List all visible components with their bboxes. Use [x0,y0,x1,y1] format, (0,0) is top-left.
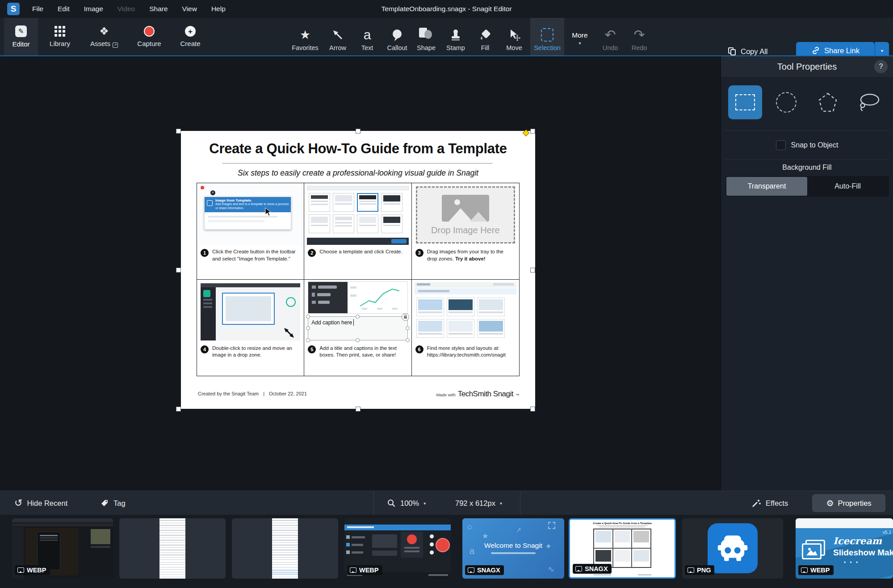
menu-file[interactable]: File [25,0,50,18]
document-page[interactable]: Create a Quick How-To Guide from a Templ… [181,131,535,409]
tab-editor[interactable]: ✎ Editor [4,18,38,55]
tool-selection[interactable]: Selection [530,18,564,55]
chevron-down-icon: ▾ [500,501,502,506]
caption-text: Add caption here [311,319,352,326]
slideshow-logo-icon [802,540,828,561]
tab-capture[interactable]: Capture [131,18,167,55]
tool-stamp[interactable]: Stamp [439,18,473,55]
selection-handle[interactable] [356,129,361,134]
properties-button[interactable]: ⚙ Properties [812,494,885,512]
snap-to-object-checkbox[interactable] [776,140,786,150]
step5-screenshot: Add caption here [305,281,410,342]
tray-item-6[interactable]: Create a Quick How-To Guide from a Templ… [569,518,676,579]
status-bar: ↺ Hide Recent Tag 100% ▾ 792 x 612px ▾ E… [0,491,893,515]
tray-item-8[interactable]: v5.1 Icecream Slideshow Make • • • WEBP [796,518,893,579]
rect-selection-button[interactable] [728,85,762,119]
panel-title: Tool Properties [777,62,837,72]
tool-shape[interactable]: Shape [409,18,443,55]
caption-textbox[interactable]: Add caption here [308,316,407,340]
zoom-control[interactable]: 100% ▾ [387,491,426,515]
panel-header: Tool Properties ? [721,56,893,77]
link-icon [811,46,820,55]
format-badge: SNAGX [465,565,504,575]
selection-handle[interactable] [530,407,535,412]
image-placeholder-icon [442,195,489,222]
selection-handle[interactable] [530,129,535,134]
redo-icon: ↷ [633,28,645,42]
history-icon: ↺ [14,498,22,508]
external-link-icon: ↗ [113,42,118,48]
recent-captures-tray: WEBP WEBP [0,515,893,588]
tab-create[interactable]: + Create [172,18,208,55]
effects-button[interactable]: Effects [751,491,788,515]
snap-to-object-label: Snap to Object [791,141,838,149]
separator [373,491,374,515]
tray-item-5[interactable]: ○ ★ a ✦ ✎ ∿ ↗ Welcome to Snagit SNAGX [462,518,564,579]
tab-assets[interactable]: ❖ Assets↗ [83,18,126,55]
selection-handle[interactable] [356,407,361,412]
selection-handle[interactable] [176,407,181,412]
step-caption: Drag images from your tray to the drop z… [427,248,513,262]
footer-date: October 22, 2021 [269,391,307,396]
footer-author: Created by the Snagit Team [198,391,259,396]
step2-screenshot [305,184,410,246]
selection-handle[interactable] [530,268,535,273]
step-caption: Find more styles and layouts at: https:/… [427,345,513,359]
format-badge: WEBP [15,565,50,575]
step-number: 2 [308,249,316,257]
tool-favorites[interactable]: ★ Favorites [288,18,322,55]
dots: • • • [844,559,859,566]
line-chart-mock [349,284,403,311]
document-subtitle: Six steps to easily create a professiona… [181,168,535,178]
letter-a-icon: a [364,28,371,42]
tab-library[interactable]: Library [42,18,78,55]
template-cell-6: 6 Find more styles and layouts at: https… [412,280,519,376]
step-caption: Add a title and captions in the text box… [319,345,405,359]
menu-edit[interactable]: Edit [50,0,77,18]
tray-item-4[interactable]: WEBP [344,518,451,579]
tray-item-2[interactable] [119,518,226,579]
footer-separator: | [263,391,264,396]
gear-icon: ⚙ [826,499,834,508]
step-number: 5 [308,345,316,353]
editor-canvas[interactable]: Create a Quick How-To Guide from a Templ… [0,56,721,491]
polygon-selection-button[interactable] [811,85,845,119]
menu-view[interactable]: View [175,0,204,18]
step-caption: Click the Create button in the toolbar a… [212,248,298,262]
help-button[interactable]: ? [874,60,888,73]
image-icon [575,566,582,571]
move-cursor-icon [508,28,520,42]
separator [520,491,520,515]
image-icon [17,567,24,573]
dimensions-control[interactable]: 792 x 612px ▾ [455,491,502,515]
fill-option-transparent[interactable]: Transparent [726,177,807,196]
background-fill-label: Background Fill [721,164,893,172]
step3-drop-zone[interactable]: Drop Image Here [413,184,518,246]
tray-item-1[interactable]: WEBP [12,518,113,579]
tray-item-3[interactable] [232,518,338,579]
footer-brand: TechSmith Snagit [458,390,513,399]
menu-image[interactable]: Image [77,0,110,18]
hide-recent-button[interactable]: ↺ Hide Recent [14,491,67,515]
image-icon [688,567,694,573]
selection-handle[interactable] [176,129,181,134]
tray-item-7[interactable]: PNG [682,518,783,579]
undo-icon: ↶ [604,28,616,42]
window-title: TemplateOnboarding.snagx - Snagit Editor [381,0,511,18]
lock-icon [402,313,409,321]
selection-handle[interactable] [176,268,181,273]
menu-share[interactable]: Share [142,0,175,18]
tool-more[interactable]: More ▾ [563,18,597,55]
tool-arrow[interactable]: Arrow [321,18,355,55]
fill-option-autofill[interactable]: Auto-Fill [807,177,888,196]
step1-screenshot: + Image from Template. Add images and te… [198,184,303,246]
redo-button[interactable]: ↷ Redo [622,18,656,55]
step-number: 6 [415,345,423,353]
selection-shape-options [721,84,893,121]
lasso-selection-button[interactable] [852,85,886,119]
tag-button[interactable]: Tag [100,491,126,515]
menu-help[interactable]: Help [204,0,233,18]
tool-move[interactable]: Move [497,18,531,55]
ellipse-selection-button[interactable] [769,85,803,119]
tool-text[interactable]: a Text [350,18,384,55]
